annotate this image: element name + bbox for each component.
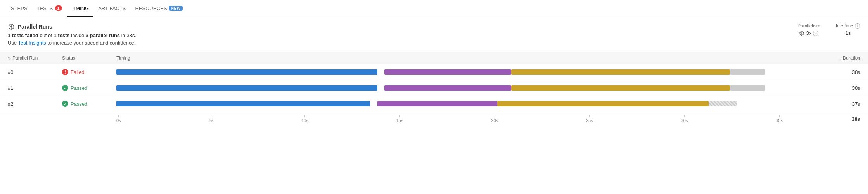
idle-time-info-icon[interactable]: i (855, 23, 860, 29)
table-container: ⇅ Parallel Run Status Timing ↓ Duration … (0, 52, 868, 126)
bar-segment-gold (511, 85, 730, 91)
status-cell-0: !Failed (62, 69, 116, 75)
timing-bars-2 (116, 100, 821, 108)
axis-tick: 5s (209, 115, 214, 123)
idle-time-meta: Idle time i 1s (836, 23, 860, 36)
cube-icon (8, 23, 15, 30)
tab-artifacts[interactable]: ARTIFACTS (93, 0, 130, 17)
status-cell-1: ✓Passed (62, 85, 116, 91)
duration-val-1: 38s (821, 85, 860, 91)
parallel-run-id-1: #1 (8, 85, 62, 91)
test-insights-link[interactable]: Test Insights (18, 40, 46, 46)
insight-text: Use Test Insights to increase your speed… (8, 40, 136, 46)
time-axis: 0s5s10s15s20s25s30s35s 38s (0, 112, 868, 126)
parallelism-info-icon[interactable]: i (813, 31, 818, 36)
tab-new-badge-resources: NEW (169, 6, 183, 11)
bar-segment-gold (497, 101, 709, 106)
bar-segment-gray (730, 85, 765, 91)
tabs-container: STEPSTESTS1TIMINGARTIFACTSRESOURCESNEW (0, 0, 868, 17)
bar-segment-gold (511, 69, 730, 75)
table-row: #2✓Passed37s (0, 96, 868, 112)
status-icon-passed: ✓ (62, 85, 68, 91)
status-text: Passed (71, 101, 87, 107)
bar-segment-purple (377, 101, 497, 106)
bar-segment-blue (116, 69, 377, 75)
bar-segment-gray-stripe (709, 101, 737, 106)
timing-cell-0 (116, 68, 821, 76)
parallel-run-id-0: #0 (8, 69, 62, 75)
status-icon-failed: ! (62, 69, 68, 75)
timing-cell-2 (116, 100, 821, 108)
parallelism-value: 3x i (799, 30, 818, 36)
axis-tick: 15s (396, 115, 403, 123)
axis-tick: 25s (586, 115, 593, 123)
bar-segment-purple (384, 69, 511, 75)
duration-val-0: 38s (821, 69, 860, 75)
axis-tick: 30s (681, 115, 688, 123)
timing-bars-1 (116, 84, 821, 92)
header-left: Parallel Runs 1 tests failed out of 1 te… (8, 23, 136, 46)
cube-small-icon (799, 31, 804, 36)
total-duration: 38s (821, 116, 860, 122)
axis-tick: 20s (491, 115, 498, 123)
table-row: #0!Failed38s (0, 64, 868, 80)
axis-ticks: 0s5s10s15s20s25s30s35s (116, 115, 783, 123)
summary-text: 1 tests failed out of 1 tests inside 3 p… (8, 33, 136, 38)
col-header-parallel[interactable]: ⇅ Parallel Run (8, 55, 62, 61)
bar-segment-blue (116, 85, 377, 91)
idle-time-label: Idle time i (836, 23, 860, 29)
tab-bar: STEPSTESTS1TIMINGARTIFACTSRESOURCESNEW (0, 0, 868, 17)
idle-time-value: 1s (845, 30, 851, 36)
table-rows: #0!Failed38s#1✓Passed38s#2✓Passed37s (0, 64, 868, 112)
header-right: Parallelism 3x i Idle time i 1s (797, 23, 860, 36)
bar-segment-gray (730, 69, 765, 75)
axis-tick: 10s (301, 115, 308, 123)
axis-line: 0s5s10s15s20s25s30s35s (116, 115, 783, 123)
sort-icon-parallel: ⇅ (8, 56, 11, 60)
parallelism-meta: Parallelism 3x i (797, 23, 820, 36)
axis-tick: 35s (776, 115, 783, 123)
bar-segment-purple (384, 85, 511, 91)
axis-tick: 0s (116, 115, 121, 123)
col-header-duration[interactable]: ↓ Duration (821, 55, 860, 61)
tab-steps[interactable]: STEPS (6, 0, 32, 17)
table-header: ⇅ Parallel Run Status Timing ↓ Duration (0, 52, 868, 64)
tab-timing[interactable]: TIMING (67, 0, 94, 17)
tab-resources[interactable]: RESOURCESNEW (130, 0, 187, 17)
tab-tests[interactable]: TESTS1 (32, 0, 67, 17)
col-header-timing: Timing (116, 55, 821, 61)
timing-cell-1 (116, 84, 821, 92)
parallel-runs-title: Parallel Runs (18, 24, 52, 30)
col-header-status: Status (62, 55, 116, 61)
parallel-run-id-2: #2 (8, 101, 62, 107)
status-text: Failed (71, 69, 84, 75)
status-cell-2: ✓Passed (62, 101, 116, 107)
header-title: Parallel Runs (8, 23, 136, 30)
timing-bars-0 (116, 68, 821, 76)
status-icon-passed: ✓ (62, 101, 68, 107)
table-row: #1✓Passed38s (0, 80, 868, 96)
parallelism-label: Parallelism (797, 23, 820, 29)
tab-badge-tests: 1 (55, 5, 62, 11)
status-text: Passed (71, 85, 87, 91)
bar-segment-blue (116, 101, 370, 106)
header-section: Parallel Runs 1 tests failed out of 1 te… (0, 17, 868, 52)
duration-val-2: 37s (821, 101, 860, 107)
sort-icon-duration: ↓ (839, 56, 841, 60)
